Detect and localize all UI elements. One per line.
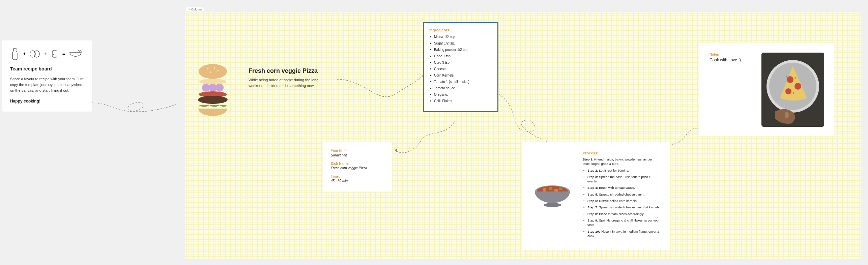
notes-card[interactable]: Notes Cook with Love :) xyxy=(699,43,834,136)
svg-point-8 xyxy=(217,70,219,71)
name-value: Saravanan xyxy=(331,153,384,157)
svg-point-5 xyxy=(199,64,227,79)
process-step: Step 10: Place it in tawa in medium flam… xyxy=(583,229,660,238)
dish-name-value: Fresh corn veggie Pizza xyxy=(331,166,384,170)
recipe-title: Fresh corn veggie Pizza xyxy=(249,67,329,75)
equals-icon: = xyxy=(62,51,65,57)
time-value: 45 - 60 mins xyxy=(331,179,384,183)
time-label: Time: xyxy=(331,175,384,178)
process-step: Step 9: Sprinkle oregano & chilli flakes… xyxy=(583,218,660,227)
process-card[interactable]: Process: Step 1: Kneed maida, baking pow… xyxy=(522,142,670,250)
soup-bowl-illustration xyxy=(532,151,573,240)
ingredients-card[interactable]: Ingredients: Maida 1/2 cup. Sugar 1/2 ts… xyxy=(423,22,498,112)
recipe-title-block[interactable]: Fresh corn veggie Pizza While being bore… xyxy=(249,67,329,88)
bottle-icon xyxy=(10,48,20,60)
svg-point-9 xyxy=(210,71,211,73)
ingredients-label: Ingredients: xyxy=(429,28,492,32)
ingredient-item: Tomato sauce. xyxy=(434,86,492,90)
notes-label: Notes xyxy=(710,53,751,56)
svg-point-6 xyxy=(207,68,208,69)
svg-point-27 xyxy=(794,83,801,90)
flour-bag-icon xyxy=(50,50,59,58)
svg-point-10 xyxy=(199,79,226,84)
process-step: Step 8: Place tomato slices accordingly. xyxy=(583,212,660,216)
svg-point-28 xyxy=(785,88,791,94)
author-card[interactable]: Your Name: Saravanan Dish Name: Fresh co… xyxy=(323,142,392,192)
svg-point-29 xyxy=(786,76,787,77)
process-step: Step 4: Brush with tomato sauce. xyxy=(583,185,660,190)
svg-point-3 xyxy=(55,55,56,55)
equation-illustration: + + = xyxy=(10,48,84,60)
svg-rect-21 xyxy=(559,187,562,190)
intro-body: Share a favourite recipe with your team.… xyxy=(10,76,84,93)
notes-body: Cook with Love :) xyxy=(710,58,751,62)
ingredient-item: Sugar 1/2 tsp. xyxy=(434,41,492,46)
process-step: Step 2: Let it rest for 30mins. xyxy=(583,168,660,173)
dish-name-label: Dish Name: xyxy=(331,162,384,166)
mortar-icon xyxy=(69,50,82,58)
plus-icon: + xyxy=(23,51,26,57)
svg-point-13 xyxy=(215,84,224,92)
connector-line xyxy=(92,98,176,121)
ingredient-item: Ghee 1 tsp. xyxy=(434,54,492,58)
svg-point-1 xyxy=(34,51,39,57)
svg-rect-18 xyxy=(543,188,546,192)
process-step: Step 5: Spread shredded cheese over it. xyxy=(583,192,660,197)
drag-handle-icon[interactable]: ⠿ xyxy=(188,8,190,11)
name-label: Your Name: xyxy=(331,149,384,153)
svg-rect-19 xyxy=(549,187,552,190)
svg-point-26 xyxy=(787,76,793,83)
process-step: Step 3: Spread the base - use fork to pr… xyxy=(583,175,660,184)
svg-point-31 xyxy=(793,92,794,94)
svg-point-15 xyxy=(198,96,228,104)
process-step: Step 7: Spread shredded cheese over that… xyxy=(583,205,660,209)
column-frame-tag[interactable]: ⠿ Column xyxy=(186,7,204,11)
svg-point-22 xyxy=(544,203,561,207)
intro-footer: Happy cooking! xyxy=(10,99,84,104)
svg-point-7 xyxy=(214,67,215,69)
process-list: Step 1: Kneed maida, baking powder, salt… xyxy=(583,157,660,238)
pizza-photo xyxy=(761,53,824,127)
ingredient-item: Tomato 1 (small in size). xyxy=(434,80,492,84)
process-label: Process: xyxy=(583,151,660,155)
ingredient-item: Baking powder 1/2 tsp. xyxy=(434,48,492,52)
process-step: Step 6: Drizzle boiled corn kernels. xyxy=(583,199,660,203)
ingredient-item: Chilli Flakes. xyxy=(434,99,492,103)
ingredient-item: Corn Kernels. xyxy=(434,73,492,78)
intro-card[interactable]: + + = Team recipe board Share a favourit… xyxy=(2,40,92,112)
svg-point-30 xyxy=(794,77,796,79)
svg-point-32 xyxy=(785,112,789,118)
svg-point-2 xyxy=(53,54,54,55)
burger-illustration xyxy=(191,62,235,119)
ingredient-item: Curd 3 tsp. xyxy=(434,60,492,65)
ingredient-item: Maida 1/2 cup. xyxy=(434,35,492,39)
ingredient-item: Oregano. xyxy=(434,92,492,97)
ingredients-list: Maida 1/2 cup. Sugar 1/2 tsp. Baking pow… xyxy=(429,35,492,103)
process-step: Step 1: Kneed maida, baking powder, salt… xyxy=(583,157,660,166)
recipe-subtitle: While being bored at home during the lon… xyxy=(249,77,329,88)
intro-title: Team recipe board xyxy=(10,66,84,71)
plus-icon: + xyxy=(44,51,47,57)
ingredient-item: Cheese. xyxy=(434,67,492,71)
eggs-icon xyxy=(29,50,40,58)
column-label: Column xyxy=(191,8,202,11)
